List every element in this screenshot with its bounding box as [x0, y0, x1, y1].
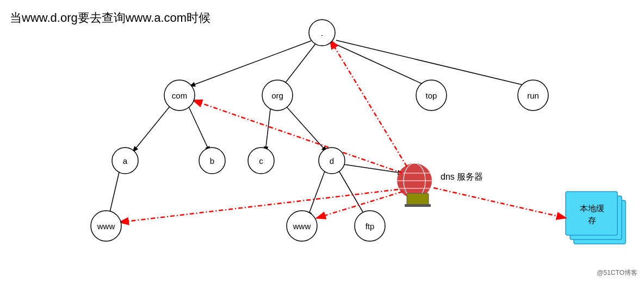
svg-line-3	[336, 40, 528, 86]
svg-text:c: c	[259, 156, 263, 165]
diagram-container: 当www.d.org要去查询www.a.com时候 @51CTO博客	[0, 0, 644, 282]
svg-text:.: .	[321, 28, 323, 38]
svg-text:d: d	[330, 156, 334, 165]
svg-text:run: run	[527, 91, 539, 100]
svg-text:ftp: ftp	[366, 222, 375, 231]
svg-text:org: org	[271, 91, 283, 100]
svg-line-25	[121, 189, 398, 222]
svg-line-6	[265, 105, 271, 151]
svg-line-4	[133, 105, 171, 151]
svg-line-11	[344, 164, 403, 173]
svg-line-7	[284, 105, 326, 151]
svg-line-23	[434, 188, 565, 218]
svg-text:www: www	[97, 222, 115, 231]
svg-text:存: 存	[588, 216, 596, 225]
svg-line-0	[190, 41, 311, 86]
svg-text:b: b	[210, 156, 214, 165]
svg-text:top: top	[426, 91, 437, 100]
dns-diagram: dns 服务器 本地缓 存 . com org to	[0, 0, 644, 282]
svg-rect-17	[407, 193, 429, 205]
svg-line-9	[308, 170, 325, 217]
dns-label: dns 服务器	[441, 172, 483, 181]
svg-line-2	[332, 42, 427, 86]
svg-text:a: a	[123, 156, 128, 165]
svg-rect-21	[566, 192, 617, 235]
svg-line-5	[188, 105, 209, 151]
svg-text:www: www	[293, 222, 311, 231]
svg-line-1	[283, 42, 317, 86]
cache-label: 本地缓	[580, 204, 604, 213]
svg-text:com: com	[172, 91, 187, 100]
svg-line-8	[109, 170, 120, 217]
svg-rect-18	[405, 204, 431, 207]
